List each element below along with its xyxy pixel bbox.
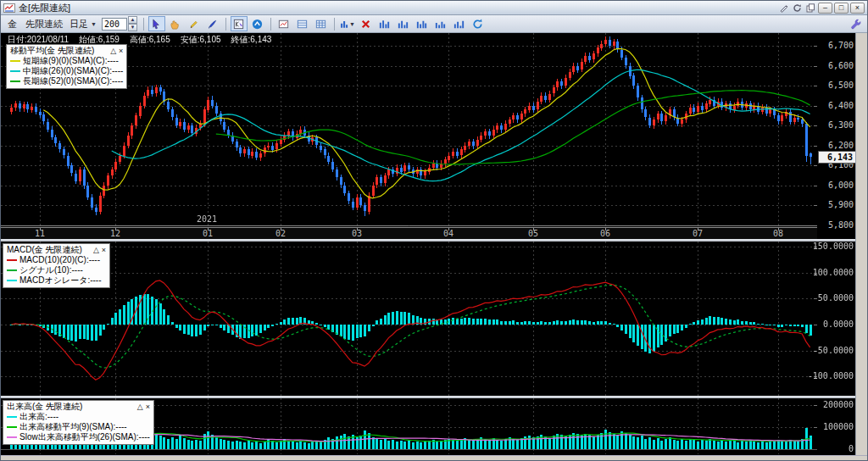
axis-tick-label: 0 <box>849 444 854 453</box>
legend-title: MACD(金 先限連続) <box>7 245 91 255</box>
maximize-button[interactable]: □ <box>834 3 849 14</box>
axis-tick-label: 6,500 <box>828 81 854 90</box>
minimize-button[interactable]: – <box>818 3 832 14</box>
rotate-icon[interactable] <box>791 3 803 14</box>
app-window: 金[先限連続] – □ × 金 先限連続 日足 ▼ ▲ ▼ <box>0 0 868 461</box>
pencil-draw-button[interactable] <box>186 16 203 31</box>
year-label: 2021 <box>197 214 217 224</box>
legend-collapse-icon[interactable]: △ <box>93 245 99 255</box>
legend-swatch <box>7 436 17 438</box>
indicator-button-2[interactable] <box>395 16 412 31</box>
axis-tick-label: 6,300 <box>828 120 854 130</box>
legend-swatch <box>7 416 17 418</box>
volume-axis: 2000001000000 <box>817 398 857 457</box>
chart-type-button[interactable]: ▼ <box>339 16 356 31</box>
legend-label: 短期線(9)(0)(SMA)(C):---- <box>23 56 119 66</box>
pencil-icon <box>187 18 200 31</box>
indicator-button-1[interactable] <box>376 16 393 31</box>
increment-icon[interactable]: ▲ <box>128 16 137 24</box>
last-price-tag: 6,143 <box>818 151 856 164</box>
axis-tick-label: 6,400 <box>828 101 854 110</box>
toolbar-separator <box>225 18 226 31</box>
grid-table-button[interactable] <box>313 16 330 31</box>
axis-tick-label: 5,900 <box>828 200 854 209</box>
cursor-icon <box>150 18 163 31</box>
grid-table-icon <box>314 18 327 31</box>
pan-hand-button[interactable] <box>167 16 184 31</box>
pen-draw-button[interactable] <box>204 16 221 31</box>
axis-tick-label: 200000 <box>823 400 854 409</box>
axis-tick-label: 6,200 <box>828 141 854 150</box>
decrement-icon[interactable]: ▼ <box>128 24 137 31</box>
legend-label: 出来高移動平均(9)(SMA):---- <box>19 422 127 432</box>
chart-crosshair-icon <box>232 18 245 31</box>
bar-count-input[interactable] <box>102 18 127 31</box>
window-titlebar[interactable]: 金[先限連続] – □ × <box>1 1 867 15</box>
axis-tick-label: 5,800 <box>828 220 854 230</box>
legend-collapse-icon[interactable]: △ <box>110 46 116 56</box>
month-label: 02 <box>275 229 286 238</box>
bar-chart-icon <box>434 18 447 31</box>
settings-button[interactable] <box>847 16 864 31</box>
hand-icon <box>169 18 181 31</box>
grid-rows-button[interactable] <box>294 16 311 31</box>
timeframe-value: 日足 <box>70 18 88 31</box>
right-rail <box>855 33 867 457</box>
indicator-button-4[interactable] <box>432 16 449 31</box>
indicator-button-5[interactable] <box>451 16 468 31</box>
info-close: 終値:6,143 <box>231 34 272 46</box>
axis-tick-label: 100000 <box>823 422 854 431</box>
legend-label: 長期線(52)(0)(SMA)(C):---- <box>23 76 123 86</box>
legend-close-icon[interactable]: × <box>102 245 106 255</box>
legend-label: Slow出来高移動平均(26)(SMA):---- <box>19 432 150 442</box>
pen-icon <box>206 18 219 31</box>
chart-workspace: 日付:2021/08/11 始値:6,159 高値:6,165 安値:6,105… <box>1 33 857 457</box>
bar-chart-icon <box>378 18 391 31</box>
new-chart-button[interactable] <box>275 16 292 31</box>
axis-tick-label: 6,000 <box>828 181 854 190</box>
legend-swatch <box>10 70 20 72</box>
info-low: 安値:6,105 <box>181 34 221 46</box>
legend-title: 出来高(金 先限連続) <box>7 402 135 412</box>
main-toolbar: 金 先限連続 日足 ▼ ▲ ▼ <box>1 15 867 33</box>
legend-label: MACDオシレータ:---- <box>19 275 101 286</box>
symbol-label[interactable]: 金 <box>8 18 17 31</box>
bar-count-stepper: ▲ ▼ <box>102 16 137 31</box>
indicator-button-3[interactable] <box>414 16 431 31</box>
legend-swatch <box>10 60 20 62</box>
scroll-to-latest-button[interactable] <box>249 16 266 31</box>
toolbar-separator <box>143 18 144 31</box>
legend-collapse-icon[interactable]: △ <box>137 402 143 412</box>
grid-rows-icon <box>296 18 309 31</box>
toolbar-separator <box>334 18 335 31</box>
legend-swatch <box>10 81 20 82</box>
axis-tick-label: 6,600 <box>828 61 854 70</box>
legend-title: 移動平均(金 先限連続) <box>10 46 108 56</box>
legend-row: MACD(10)(20)(C):---- <box>7 255 106 265</box>
copy-icon[interactable] <box>804 3 816 14</box>
annotate-icon[interactable] <box>777 3 789 14</box>
chevron-down-icon: ▼ <box>349 21 355 27</box>
refresh-button[interactable] <box>470 16 487 31</box>
legend-row: 出来高:---- <box>7 412 150 422</box>
macd-chart-canvas[interactable] <box>1 242 817 396</box>
month-label: 01 <box>203 229 213 238</box>
legend-label: 出来高:---- <box>19 412 58 422</box>
series-label[interactable]: 先限連続 <box>25 18 63 31</box>
close-button[interactable]: × <box>850 3 865 14</box>
month-label: 06 <box>600 229 610 238</box>
legend-close-icon[interactable]: × <box>146 402 150 412</box>
timeframe-select[interactable]: 日足 ▼ <box>70 18 97 31</box>
volume-legend: 出来高(金 先限連続)△×出来高:----出来高移動平均(9)(SMA):---… <box>3 400 154 445</box>
window-title: 金[先限連続] <box>19 2 70 14</box>
delete-indicator-button[interactable] <box>358 16 375 31</box>
chevron-down-icon: ▼ <box>91 21 97 27</box>
legend-row: 出来高移動平均(9)(SMA):---- <box>7 422 150 432</box>
legend-close-icon[interactable]: × <box>119 46 123 56</box>
crosshair-mode-button[interactable] <box>231 16 248 31</box>
status-strip <box>1 455 867 460</box>
cursor-tool-button[interactable] <box>148 16 165 31</box>
axis-tick-label: 150.0000 <box>813 242 854 251</box>
month-label: 08 <box>773 229 783 238</box>
refresh-icon <box>471 18 484 31</box>
